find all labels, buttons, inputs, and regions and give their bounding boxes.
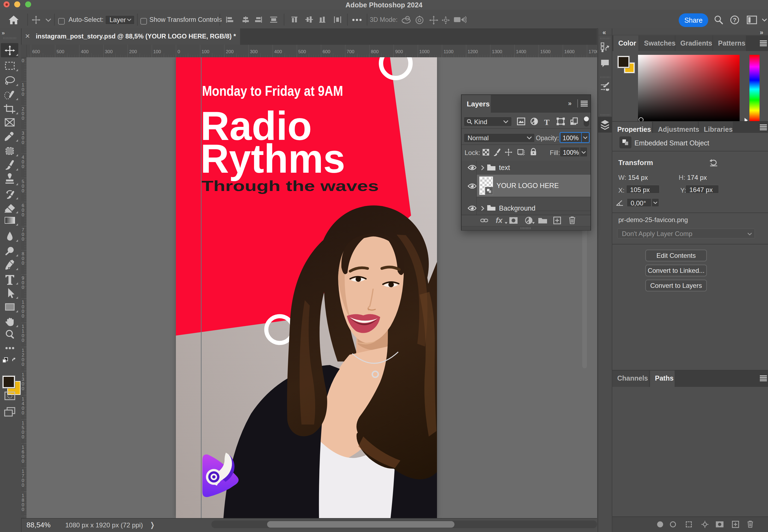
svg-text:Through the waves: Through the waves [202,178,379,194]
svg-text:Rythms: Rythms [201,136,345,181]
svg-text:Monday to Friday at 9AM: Monday to Friday at 9AM [202,83,343,99]
